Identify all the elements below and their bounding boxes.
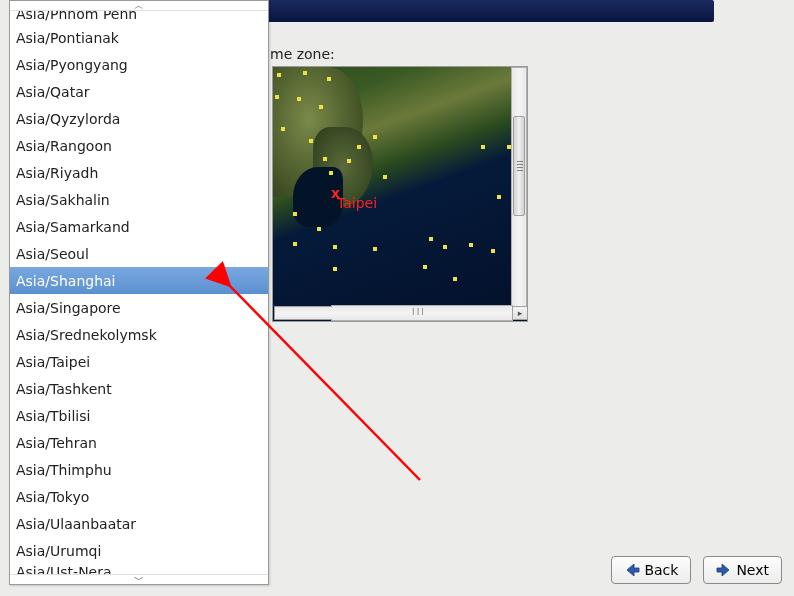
timezone-option[interactable]: Asia/Riyadh [10, 159, 268, 186]
timezone-option[interactable]: Asia/Srednekolymsk [10, 321, 268, 348]
timezone-option[interactable]: Asia/Singapore [10, 294, 268, 321]
dropdown-items-container: Asia/Phnom PenhAsia/PontianakAsia/Pyongy… [10, 11, 268, 574]
map-horizontal-scrollbar[interactable]: III ▸ [331, 305, 513, 321]
timezone-option[interactable]: Asia/Samarkand [10, 213, 268, 240]
arrow-left-icon [624, 562, 640, 578]
chevron-down-icon: ﹀ [134, 573, 144, 587]
timezone-option[interactable]: Asia/Rangoon [10, 132, 268, 159]
timezone-option[interactable]: Asia/Thimphu [10, 456, 268, 483]
timezone-option[interactable]: Asia/Qyzylorda [10, 105, 268, 132]
timezone-option[interactable]: Asia/Qatar [10, 78, 268, 105]
dropdown-scroll-up[interactable]: ︿ [10, 1, 268, 11]
map-hscroll-right-button[interactable]: ▸ [512, 306, 528, 320]
map-hscroll-thumb-indicator: III [412, 307, 426, 317]
timezone-option[interactable]: Asia/Ulaanbaatar [10, 510, 268, 537]
timezone-option[interactable]: Asia/Urumqi [10, 537, 268, 564]
timezone-option[interactable]: Asia/Pyongyang [10, 51, 268, 78]
timezone-option[interactable]: Asia/Tehran [10, 429, 268, 456]
timezone-map[interactable]: x Taipei III ▸ [272, 66, 528, 322]
timezone-option[interactable]: Asia/Shanghai [10, 267, 268, 294]
timezone-option[interactable]: Asia/Tashkent [10, 375, 268, 402]
timezone-option[interactable]: Asia/Taipei [10, 348, 268, 375]
dropdown-scroll-down[interactable]: ﹀ [10, 574, 268, 584]
map-canvas[interactable]: x Taipei [273, 67, 528, 322]
timezone-option[interactable]: Asia/Tokyo [10, 483, 268, 510]
next-button[interactable]: Next [703, 556, 782, 584]
timezone-option[interactable]: Asia/Phnom Penh [10, 11, 268, 24]
next-button-label: Next [736, 562, 769, 578]
timezone-option[interactable]: Asia/Tbilisi [10, 402, 268, 429]
timezone-option[interactable]: Asia/Sakhalin [10, 186, 268, 213]
back-button-label: Back [644, 562, 678, 578]
map-hscroll-left-button[interactable] [274, 306, 332, 320]
timezone-label: me zone: [270, 46, 335, 62]
map-marker-label: Taipei [337, 195, 377, 211]
timezone-option[interactable]: Asia/Pontianak [10, 24, 268, 51]
back-button[interactable]: Back [611, 556, 691, 584]
navigation-buttons: Back Next [611, 556, 782, 584]
map-vertical-scroll-thumb[interactable] [513, 116, 525, 216]
arrow-right-icon [716, 562, 732, 578]
timezone-option[interactable]: Asia/Seoul [10, 240, 268, 267]
timezone-dropdown-list[interactable]: ︿ Asia/Phnom PenhAsia/PontianakAsia/Pyon… [9, 0, 269, 585]
map-vertical-scrollbar[interactable] [511, 67, 527, 307]
